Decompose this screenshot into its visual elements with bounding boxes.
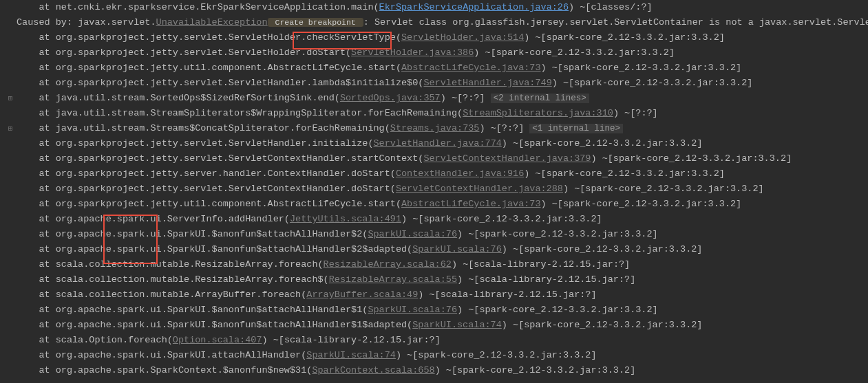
source-link[interactable]: Option.scala:407 — [173, 335, 262, 345]
method-text: org.apache.spark.SparkContext.$anonfun$n… — [56, 365, 313, 375]
source-link[interactable]: ArrayBuffer.scala:49 — [306, 289, 418, 300]
stack-line: at org.sparkproject.jetty.servlet.Servle… — [3, 45, 868, 61]
source-link[interactable]: SparkUI.scala:76 — [368, 229, 457, 239]
method-text: org.apache.spark.ui.SparkUI.attachAllHan… — [56, 350, 307, 360]
create-breakpoint-button[interactable]: Create breakpoint — [268, 18, 363, 27]
source-link[interactable]: SparkUI.scala:74 — [306, 350, 396, 360]
jar-suffix: ) ~[spark-core_2.12-3.3.2.jar:3.3.2] — [541, 199, 742, 209]
stack-line: at org.sparkproject.jetty.servlet.Servle… — [3, 30, 868, 45]
jar-suffix: ) ~[spark-core_2.12-3.3.2.jar:3.3.2] — [541, 63, 742, 73]
source-link[interactable]: JettyUtils.scala:491 — [290, 214, 401, 224]
stack-line: at scala.Option.foreach(Option.scala:407… — [3, 333, 868, 348]
source-link[interactable]: ServletHolder.java:514 — [401, 32, 524, 43]
jar-suffix: ) ~[scala-library-2.12.15.jar:?] — [418, 289, 596, 300]
package-text: javax.servlet. — [78, 17, 156, 28]
method-text: org.sparkproject.jetty.servlet.ServletHa… — [56, 138, 374, 149]
stack-line: at java.util.stream.StreamSpliterators$W… — [3, 106, 868, 121]
jar-suffix: ) ~[?:?] — [479, 123, 529, 133]
stack-line: at org.apache.spark.ui.SparkUI.$anonfun$… — [3, 242, 868, 257]
stack-line: at org.apache.spark.ui.SparkUI.$anonfun$… — [3, 318, 868, 333]
at-prefix: at — [39, 168, 55, 179]
at-prefix: at — [39, 350, 55, 360]
stack-line: at org.sparkproject.jetty.servlet.Servle… — [3, 151, 868, 166]
expand-icon[interactable]: ⊞ — [6, 121, 15, 136]
jar-suffix: ) ~[spark-core_2.12-3.3.2.jar:3.3.2] — [502, 244, 703, 254]
source-link[interactable]: ServletContextHandler.java:288 — [396, 184, 563, 194]
method-text: org.sparkproject.jetty.servlet.ServletCo… — [56, 184, 396, 194]
method-text: scala.Option.foreach( — [56, 335, 173, 345]
at-prefix: at — [39, 138, 55, 149]
jar-suffix: ) ~[?:?] — [441, 93, 491, 103]
source-link[interactable]: SparkContext.scala:658 — [312, 365, 434, 375]
expand-icon[interactable]: ⊞ — [6, 91, 15, 106]
stack-line: at net.cnki.ekr.sparkservice.EkrSparkSer… — [3, 0, 868, 15]
stack-line: Caused by: javax.servlet.UnavailableExce… — [3, 15, 868, 30]
method-text: org.sparkproject.jetty.servlet.ServletHo… — [56, 32, 401, 43]
method-text: org.apache.spark.ui.SparkUI.$anonfun$att… — [56, 320, 412, 330]
jar-suffix: ) ~[?:?] — [613, 108, 658, 118]
exception-link[interactable]: UnavailableException — [156, 17, 268, 28]
at-prefix: at — [39, 93, 55, 103]
jar-suffix: ) ~[spark-core_2.12-3.3.2.jar:3.3.2] — [563, 184, 764, 194]
source-link[interactable]: ServletContextHandler.java:379 — [423, 153, 591, 164]
stack-line: ⊞ at java.util.stream.SortedOps$SizedRef… — [3, 91, 868, 106]
source-link[interactable]: AbstractLifeCycle.java:73 — [401, 199, 541, 209]
method-text: org.apache.spark.ui.SparkUI.$anonfun$att… — [56, 305, 368, 315]
at-prefix: at — [39, 305, 55, 315]
internal-lines-tag[interactable]: <1 internal line> — [529, 124, 623, 133]
stack-line: at org.apache.spark.ui.SparkUI.$anonfun$… — [3, 303, 868, 318]
method-text: org.sparkproject.jetty.server.handler.Co… — [56, 168, 396, 179]
exception-message: Servlet class org.glassfish.jersey.servl… — [374, 17, 868, 28]
source-link[interactable]: ServletHandler.java:774 — [374, 138, 502, 149]
stack-line: at org.sparkproject.jetty.servlet.Servle… — [3, 76, 868, 91]
stack-line: at org.apache.spark.ui.SparkUI.attachAll… — [3, 348, 868, 363]
source-link[interactable]: ServletHolder.java:386 — [351, 47, 474, 58]
method-text: org.sparkproject.jetty.servlet.ServletHa… — [56, 78, 424, 88]
method-text: org.apache.spark.ui.SparkUI.$anonfun$att… — [56, 244, 412, 254]
jar-suffix: ) ~[spark-core_2.12-3.3.2.jar:3.3.2] — [457, 305, 658, 315]
source-link[interactable]: SparkUI.scala:76 — [412, 244, 502, 254]
source-link[interactable]: ResizableArray.scala:55 — [329, 274, 457, 285]
source-link[interactable]: ResizableArray.scala:62 — [324, 259, 452, 270]
method-text: java.util.stream.SortedOps$SizedRefSorti… — [56, 93, 340, 103]
source-link[interactable]: SortedOps.java:357 — [340, 93, 441, 103]
method-text: scala.collection.mutable.ResizableArray.… — [56, 259, 324, 270]
jar-suffix: ) ~[spark-core_2.12-3.3.2.jar:3.3.2] — [474, 47, 675, 58]
method-text: org.sparkproject.jetty.servlet.ServletCo… — [56, 153, 424, 164]
at-prefix: at — [39, 2, 55, 12]
source-link[interactable]: ContextHandler.java:916 — [396, 168, 524, 179]
source-link[interactable]: SparkUI.scala:74 — [412, 320, 502, 330]
jar-suffix: ) ~[spark-core_2.12-3.3.2.jar:3.3.2] — [502, 320, 703, 330]
jar-suffix: ) ~[scala-library-2.12.15.jar:?] — [262, 335, 440, 345]
source-link[interactable]: StreamSpliterators.java:310 — [463, 108, 613, 118]
colon-text: : — [363, 17, 374, 28]
jar-suffix: ) ~[spark-core_2.12-3.3.2.jar:3.3.2] — [502, 138, 703, 149]
source-link[interactable]: SparkUI.scala:76 — [368, 305, 457, 315]
stack-line: at scala.collection.mutable.ResizableArr… — [3, 272, 868, 287]
at-prefix: at — [39, 244, 55, 254]
method-text: org.sparkproject.jetty.util.component.Ab… — [56, 199, 401, 209]
source-link[interactable]: Streams.java:735 — [390, 123, 480, 133]
stack-line: at org.sparkproject.jetty.servlet.Servle… — [3, 182, 868, 197]
method-text: org.apache.spark.ui.ServerInfo.addHandle… — [56, 214, 290, 224]
jar-suffix: ) ~[spark-core_2.12-3.3.2.jar:3.3.2] — [552, 78, 753, 88]
at-prefix: at — [39, 199, 55, 209]
jar-suffix: ) ~[spark-core_2.12-3.3.2.jar:3.3.2] — [524, 32, 725, 43]
stack-line: ⊞ at java.util.stream.Streams$ConcatSpli… — [3, 121, 868, 136]
method-text: org.sparkproject.jetty.util.component.Ab… — [56, 63, 401, 73]
internal-lines-tag[interactable]: <2 internal lines> — [491, 94, 589, 103]
source-link[interactable]: AbstractLifeCycle.java:73 — [401, 63, 541, 73]
jar-suffix: ) ~[spark-core_2.12-3.3.2.jar:3.3.2] — [401, 214, 602, 224]
at-prefix: at — [39, 289, 55, 300]
stack-line: at scala.collection.mutable.ResizableArr… — [3, 257, 868, 272]
at-prefix: at — [39, 78, 55, 88]
at-prefix: at — [39, 229, 55, 239]
method-text: java.util.stream.Streams$ConcatSpliterat… — [56, 123, 390, 133]
at-prefix: at — [39, 123, 55, 133]
stack-line: at org.sparkproject.jetty.server.handler… — [3, 166, 868, 182]
source-link[interactable]: EkrSparkServiceApplication.java:26 — [379, 2, 569, 12]
at-prefix: at — [39, 274, 55, 285]
source-link[interactable]: ServletHandler.java:749 — [423, 78, 551, 88]
at-prefix: at — [39, 184, 55, 194]
stack-line: at org.apache.spark.ui.SparkUI.$anonfun$… — [3, 227, 868, 242]
